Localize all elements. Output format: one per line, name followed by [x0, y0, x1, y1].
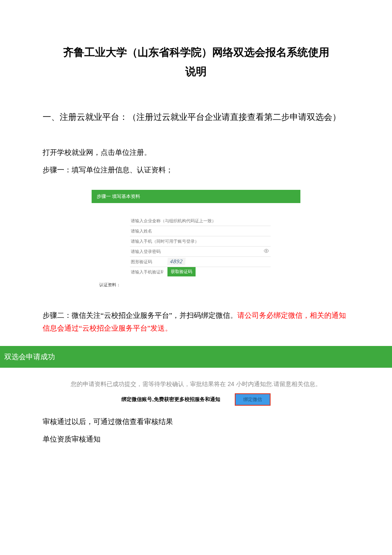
success-banner: 双选会申请成功 [0, 346, 392, 368]
bind-wechat-button[interactable]: 绑定微信 [235, 393, 271, 406]
bind-wechat-row: 绑定微信账号,免费获密更多校招服务和通知 绑定微信 [43, 393, 349, 406]
document-page: 齐鲁工业大学（山东省科学院）网络双选会报名系统使用 说明 一、注册云就业平台：（… [0, 0, 392, 474]
sms-row: 获取验证码 [130, 267, 271, 277]
get-code-button[interactable]: 获取验证码 [167, 267, 196, 276]
after-approval-line-2: 单位资质审核通知 [43, 431, 349, 448]
intro-line-1: 打开学校就业网，点击单位注册。 [43, 144, 349, 162]
success-message: 您的申请资料已成功提交，需等待学校确认，审批结果将在 24 小时内通知您.请留意… [43, 381, 349, 388]
phone-input[interactable] [130, 236, 271, 247]
title-line-1: 齐鲁工业大学（山东省科学院）网络双选会报名系统使用 [63, 46, 329, 58]
company-name-input[interactable] [130, 216, 271, 226]
svg-point-0 [266, 250, 267, 252]
auth-material-label: 认证资料： [92, 280, 300, 288]
sms-code-input[interactable] [130, 267, 164, 277]
captcha-image[interactable]: 4892 [167, 258, 186, 265]
page-title: 齐鲁工业大学（山东省科学院）网络双选会报名系统使用 说明 [43, 43, 349, 81]
contact-name-input[interactable] [130, 226, 271, 236]
step-2-prefix: 步骤二：微信关注“云校招企业服务平台”，并扫码绑定微信。 [43, 311, 237, 320]
title-line-2: 说明 [185, 66, 207, 77]
password-input[interactable] [130, 247, 262, 256]
captcha-input[interactable] [130, 257, 164, 267]
section-1-heading: 一、注册云就业平台：（注册过云就业平台企业请直接查看第二步申请双选会） [43, 107, 349, 127]
step-2-text: 步骤二：微信关注“云校招企业服务平台”，并扫码绑定微信。请公司务必绑定微信，相关… [43, 309, 349, 335]
eye-icon[interactable] [262, 248, 271, 254]
intro-line-2: 步骤一：填写单位注册信息、认证资料； [43, 162, 349, 179]
form-body: 4892 获取验证码 [92, 203, 300, 280]
registration-form-figure: 步骤一 填写基本资料 4892 获取验证码 认证资料： [92, 190, 300, 288]
after-approval-line-1: 审核通过以后，可通过微信查看审核结果 [43, 413, 349, 431]
password-row [130, 247, 271, 257]
bind-wechat-label: 绑定微信账号,免费获密更多校招服务和通知 [121, 396, 220, 402]
captcha-row: 4892 [130, 257, 271, 267]
form-step-header: 步骤一 填写基本资料 [92, 190, 300, 203]
